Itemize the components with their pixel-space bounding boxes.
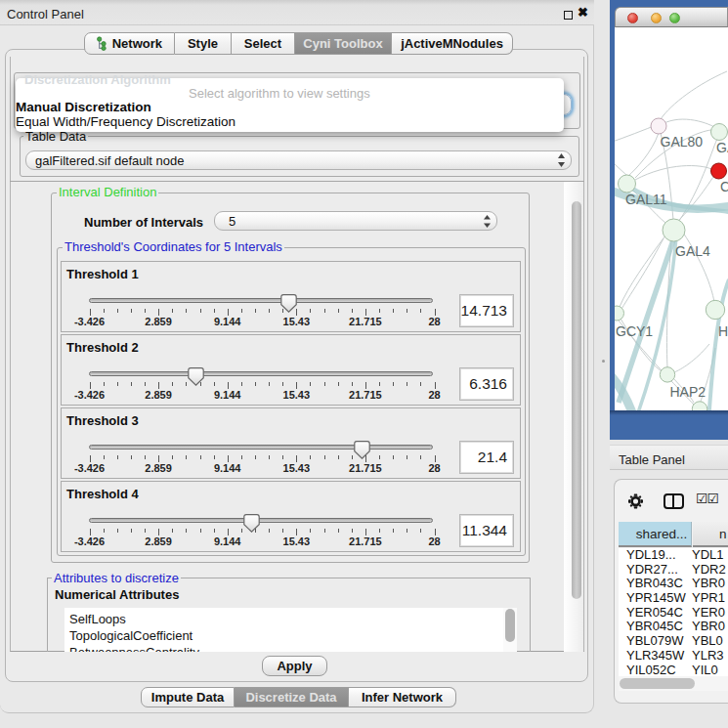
svg-text:HAP2: HAP2: [670, 384, 707, 400]
svg-text:GCY1: GCY1: [616, 323, 653, 339]
svg-text:GAL11: GAL11: [625, 192, 667, 207]
svg-text:GAL80: GAL80: [661, 134, 704, 150]
svg-text:H: H: [718, 323, 728, 339]
svg-text:GAL4: GAL4: [675, 243, 710, 259]
svg-text:GA: GA: [716, 140, 728, 155]
svg-text:C: C: [720, 179, 728, 194]
